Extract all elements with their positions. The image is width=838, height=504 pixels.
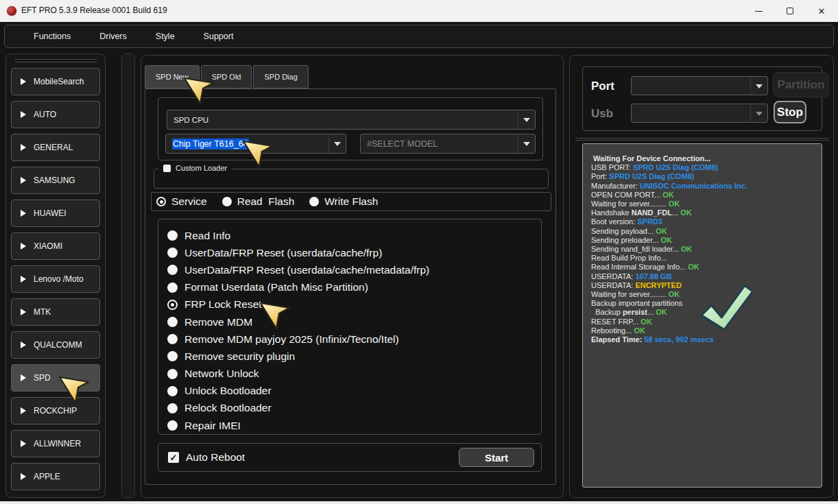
sidebar-item-rockchip[interactable]: ROCKCHIP (11, 397, 100, 424)
sidebar-item-qualcomm[interactable]: QUALCOMM (11, 331, 100, 359)
expand-arrow-icon (21, 144, 26, 151)
log-line: Waiting for server........ OK (591, 290, 813, 299)
operation-label: Format Userdata (Patch Misc Partition) (184, 281, 368, 293)
sidebar-item-label: XIAOMI (34, 241, 62, 251)
auto-reboot-label: Auto Reboot (186, 451, 245, 464)
operations-list: Read Info UserData/FRP Reset (userdata/c… (158, 219, 542, 435)
custom-loader-checkbox[interactable] (163, 165, 171, 172)
sidebar-item-samsung[interactable]: SAMSUNG (11, 167, 100, 194)
app-logo-icon (6, 5, 17, 16)
operation-label: Read Info (184, 230, 230, 242)
operation-radio[interactable]: Remove MDM (167, 313, 541, 331)
sidebar-item-huawei[interactable]: HUAWEI (11, 200, 100, 227)
minimize-button[interactable] (743, 0, 774, 22)
operation-radio[interactable]: Remove security plugin (167, 348, 541, 365)
sidebar-item-label: Lenovo /Moto (34, 274, 84, 284)
tab-bar: SPD NewSPD OldSPD Diag (145, 65, 309, 88)
sidebar-item-auto[interactable]: AUTO (11, 101, 100, 128)
log-line: Sending payload... OK (591, 227, 813, 236)
radio-icon (156, 197, 166, 206)
splitter-strip[interactable] (121, 53, 135, 498)
log-line: Sending nand_fdl loader... OK (591, 245, 813, 254)
sidebar-item-spd[interactable]: SPD (11, 364, 100, 392)
model-dropdown[interactable]: #SELECT MODEL (360, 134, 536, 154)
log-line: USB PORT: SPRD U2S Diag (COM8) (591, 163, 813, 172)
operation-radio[interactable]: Format Userdata (Patch Misc Partition) (167, 279, 541, 296)
sidebar-item-label: QUALCOMM (34, 340, 82, 350)
operation-radio[interactable]: Network Unlock (167, 365, 541, 383)
tab-page-spd-new: SPD CPU Chip Tiger T616_64 #SELECT MODEL… (145, 88, 556, 485)
separator (575, 138, 829, 141)
menu-item-style[interactable]: Style (156, 32, 175, 41)
chip-dropdown-value: Chip Tiger T616_64 (172, 139, 249, 149)
custom-loader-path-field[interactable] (154, 169, 548, 188)
operation-radio[interactable]: Remove MDM payjoy 2025 (Infinix/Tecno/It… (167, 331, 541, 348)
usb-dropdown[interactable] (631, 104, 768, 123)
mode-radio[interactable]: Service (156, 195, 207, 208)
expand-arrow-icon (21, 243, 26, 250)
operation-radio[interactable]: Repair IMEI (167, 417, 541, 434)
mode-radio-group: Service Read Flash Write Flash (151, 192, 551, 211)
mode-radio[interactable]: Write Flash (309, 195, 378, 208)
operation-radio[interactable]: UserData/FRP Reset (userdata/cache/frp) (167, 244, 541, 261)
log-line: Port: SPRD U2S Diag (COM8) (591, 172, 813, 181)
sidebar-item-mtk[interactable]: MTK (11, 298, 100, 326)
sidebar-item-label: ALLWINNER (34, 439, 81, 448)
sidebar-item-mobilesearch[interactable]: MobileSearch (11, 68, 100, 95)
maximize-button[interactable] (774, 0, 806, 22)
start-button[interactable]: Start (459, 448, 534, 467)
chevron-down-icon (518, 110, 535, 129)
chip-dropdown[interactable]: Chip Tiger T616_64 (165, 134, 346, 154)
footer-bar: ✓ Auto Reboot Start (158, 443, 542, 472)
tab-spd-diag[interactable]: SPD Diag (253, 65, 308, 88)
maximize-icon (787, 8, 793, 14)
custom-loader-label: Custom Loader (176, 164, 227, 172)
sidebar-item-apple[interactable]: APPLE (11, 463, 100, 490)
operation-radio[interactable]: Unlock Bootloader (167, 383, 541, 400)
operation-radio[interactable]: FRP Lock Reset (167, 296, 541, 313)
tab-spd-old[interactable]: SPD Old (201, 65, 252, 88)
usb-dropdown-value (632, 104, 750, 122)
menu-item-functions[interactable]: Functions (34, 32, 71, 41)
expand-arrow-icon (21, 78, 26, 85)
sidebar: MobileSearch AUTO GENERAL SAMSUNG HUAWEI… (5, 53, 106, 498)
sidebar-item-label: GENERAL (34, 143, 73, 152)
port-dropdown[interactable] (631, 76, 768, 95)
partition-button[interactable]: Partition (773, 72, 829, 97)
sidebar-item-allwinner[interactable]: ALLWINNER (11, 430, 100, 457)
operation-label: Network Unlock (184, 368, 259, 380)
close-button[interactable]: ✕ (806, 0, 837, 22)
sidebar-item-general[interactable]: GENERAL (11, 134, 100, 161)
operation-radio[interactable]: Read Info (167, 227, 541, 244)
cpu-group: SPD CPU Chip Tiger T616_64 #SELECT MODEL (158, 97, 543, 160)
operation-label: Remove MDM payjoy 2025 (Infinix/Tecno/It… (184, 333, 399, 346)
stop-button[interactable]: Stop (774, 101, 806, 123)
sidebar-grip-icon[interactable] (14, 59, 97, 62)
log-line: Waiting for server........ OK (591, 200, 813, 208)
menu-item-drivers[interactable]: Drivers (99, 32, 127, 41)
mode-radio[interactable]: Read Flash (222, 195, 295, 208)
spd-cpu-dropdown[interactable]: SPD CPU (167, 110, 536, 130)
sidebar-item-xiaomi[interactable]: XIAOMI (11, 232, 100, 260)
operation-radio[interactable]: UserData/FRP Reset (userdata/cache/metad… (167, 261, 541, 278)
operation-label: FRP Lock Reset (184, 298, 262, 311)
sidebar-item-label: MTK (34, 307, 51, 317)
operation-label: Remove security plugin (184, 350, 295, 363)
radio-icon (167, 334, 178, 344)
expand-arrow-icon (21, 177, 26, 184)
sidebar-item-label: MobileSearch (34, 77, 84, 86)
chevron-down-icon (518, 134, 535, 153)
menu-item-support[interactable]: Support (204, 32, 234, 41)
radio-icon (167, 403, 178, 413)
operation-radio[interactable]: Relock Bootloader (167, 400, 541, 417)
port-label: Port (591, 80, 614, 93)
chevron-down-icon (750, 77, 767, 95)
main-panel: SPD NewSPD OldSPD Diag SPD CPU Chip Tige… (141, 55, 564, 498)
tab-spd-new[interactable]: SPD New (145, 65, 200, 88)
sidebar-item-lenovo-moto[interactable]: Lenovo /Moto (11, 265, 100, 293)
radio-icon (167, 283, 178, 293)
log-output[interactable]: Waiting For Device Connection...USB PORT… (582, 143, 822, 488)
auto-reboot-checkbox[interactable]: ✓ (168, 452, 179, 463)
usb-label: Usb (591, 107, 613, 121)
radio-icon (222, 197, 232, 206)
